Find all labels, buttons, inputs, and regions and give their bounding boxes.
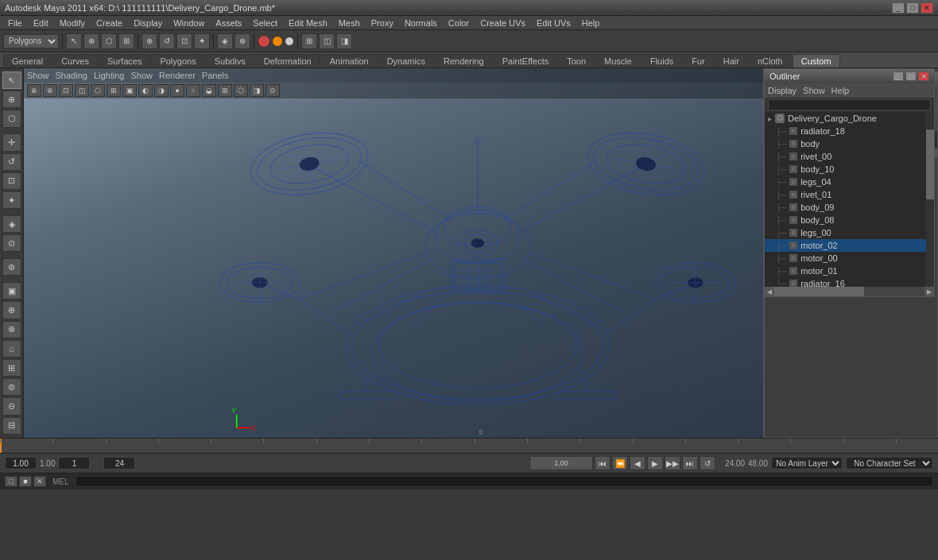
outliner-scrollbar-track[interactable]: [774, 287, 924, 296]
frame-start-input[interactable]: [5, 457, 37, 469]
bwc-btn-1[interactable]: □: [5, 476, 17, 487]
tree-item-body10[interactable]: ├─ ○ body_10: [765, 163, 926, 176]
region-select-btn[interactable]: ▣: [2, 282, 21, 299]
paint-blend-btn[interactable]: ⊗: [2, 321, 21, 338]
outliner-vscroll[interactable]: [926, 112, 934, 287]
vp-btn-solid[interactable]: ◨: [250, 84, 264, 97]
outliner-menu-show[interactable]: Show: [803, 86, 825, 95]
workspace-dropdown[interactable]: Polygons Animation Rendering: [3, 34, 59, 48]
universal-manip-btn[interactable]: ✦: [2, 191, 21, 209]
outliner-vscroll-thumb[interactable]: [926, 129, 934, 199]
lasso-btn[interactable]: ⬡: [2, 110, 21, 127]
menu-mesh[interactable]: Mesh: [334, 17, 365, 29]
toolbar-btn-sphere[interactable]: [272, 36, 283, 47]
paint-weights-btn[interactable]: ⊕: [2, 301, 21, 319]
vp-menu-renderer[interactable]: Renderer: [159, 71, 196, 80]
outliner-search-input[interactable]: [768, 99, 931, 110]
toolbar-btn-scale[interactable]: ⊡: [176, 33, 192, 49]
toolbar-btn-wire[interactable]: ◫: [319, 33, 335, 49]
soft-mod-btn[interactable]: ◈: [2, 215, 21, 233]
cloth-btn[interactable]: ⊞: [2, 359, 21, 377]
tree-item-radiator16[interactable]: └─ ○ radiator_16: [765, 277, 926, 287]
toolbar-btn-lasso[interactable]: ⊕: [83, 33, 99, 49]
toolbar-btn-render[interactable]: [258, 35, 270, 48]
toolbar-btn-rotate[interactable]: ↺: [159, 33, 175, 49]
vp-menu-show2[interactable]: Show: [130, 71, 153, 80]
vp-btn-8[interactable]: ◐: [138, 84, 153, 97]
char-set-select[interactable]: No Character Set: [846, 457, 933, 469]
tab-rendering[interactable]: Rendering: [435, 54, 493, 68]
tab-general[interactable]: General: [3, 54, 52, 68]
menu-window[interactable]: Window: [169, 17, 209, 29]
tab-muscle[interactable]: Muscle: [595, 54, 641, 68]
toolbar-btn-paint[interactable]: ⬡: [101, 33, 117, 49]
menu-normals[interactable]: Normals: [400, 17, 442, 29]
menu-edit[interactable]: Edit: [29, 17, 53, 29]
menu-color[interactable]: Color: [444, 17, 474, 29]
close-button[interactable]: ✕: [921, 2, 933, 14]
outliner-maximize[interactable]: □: [905, 71, 917, 81]
tab-subdivs[interactable]: Subdivs: [206, 54, 254, 68]
tree-item-legs04[interactable]: ├─ ○ legs_04: [765, 176, 926, 188]
menu-assets[interactable]: Assets: [211, 17, 246, 29]
outliner-scrollbar-thumb[interactable]: [774, 287, 864, 296]
tree-item-motor02[interactable]: ├─ ○ motor_02: [765, 239, 926, 252]
tree-item-motor00[interactable]: ├─ ○ motor_00: [765, 252, 926, 265]
loop-btn[interactable]: ↺: [700, 456, 715, 470]
toolbar-btn-move[interactable]: ⊕: [141, 33, 157, 49]
toolbar-btn-grid[interactable]: ⊞: [301, 33, 317, 49]
minimize-button[interactable]: _: [892, 2, 905, 14]
vp-menu-panels[interactable]: Panels: [202, 71, 229, 80]
vp-btn-2[interactable]: ⊗: [43, 84, 57, 97]
hair-btn[interactable]: ⊜: [2, 378, 21, 396]
range-end-input[interactable]: [103, 457, 135, 469]
outliner-close[interactable]: ✕: [918, 71, 929, 81]
playback-speed-field[interactable]: 1.00: [529, 456, 593, 470]
menu-modify[interactable]: Modify: [55, 17, 90, 29]
vp-btn-12[interactable]: ◒: [202, 84, 216, 97]
sculpt-geo-btn[interactable]: ⌂: [2, 340, 21, 357]
menu-edit-mesh[interactable]: Edit Mesh: [284, 17, 332, 29]
fluid-btn[interactable]: ⊝: [2, 397, 21, 415]
menu-file[interactable]: File: [3, 17, 27, 29]
vp-btn-wire[interactable]: ⬡: [234, 84, 248, 97]
menu-create-uvs[interactable]: Create UVs: [475, 17, 530, 29]
menu-create[interactable]: Create: [91, 17, 127, 29]
vp-menu-lighting[interactable]: Lighting: [94, 71, 125, 80]
range-start-input[interactable]: [58, 457, 90, 469]
menu-select[interactable]: Select: [248, 17, 282, 29]
tab-polygons[interactable]: Polygons: [151, 54, 204, 68]
scale-btn[interactable]: ⊡: [2, 172, 21, 190]
tab-surfaces[interactable]: Surfaces: [99, 54, 150, 68]
tab-ncloth[interactable]: nCloth: [749, 54, 792, 68]
command-input[interactable]: [76, 476, 933, 487]
vp-btn-7[interactable]: ▣: [122, 84, 137, 97]
tab-painteffects[interactable]: PaintEffects: [494, 54, 558, 68]
tree-item-body09[interactable]: ├─ ○ body_09: [765, 201, 926, 214]
skip-to-end-btn[interactable]: ⏭: [682, 456, 698, 470]
outliner-menu-help[interactable]: Help: [831, 86, 850, 95]
menu-proxy[interactable]: Proxy: [366, 17, 398, 29]
vp-btn-10[interactable]: ●: [170, 84, 184, 97]
outliner-minimize[interactable]: _: [893, 71, 904, 81]
tab-custom[interactable]: Custom: [793, 54, 840, 68]
outliner-tree[interactable]: ▸ ⬡ Delivery_Cargo_Drone ├─ ○ radiator_1…: [765, 112, 926, 287]
vp-menu-shading[interactable]: Shading: [56, 71, 87, 80]
tree-item-rivet00[interactable]: ├─ ○ rivet_00: [765, 150, 926, 163]
skip-to-start-btn[interactable]: ⏮: [595, 456, 610, 470]
anim-layer-select[interactable]: No Anim Layer: [771, 457, 843, 469]
outliner-titlebar[interactable]: Outliner _ □ ✕: [765, 69, 934, 83]
vp-menu-show[interactable]: Show: [27, 71, 49, 80]
select-tool-btn[interactable]: ↖: [2, 71, 21, 89]
tab-hair[interactable]: Hair: [715, 54, 748, 68]
tab-dynamics[interactable]: Dynamics: [378, 54, 434, 68]
tab-deformation[interactable]: Deformation: [255, 54, 320, 68]
outliner-hscroll[interactable]: ◀ ▶: [765, 287, 934, 296]
tree-item-motor01[interactable]: ├─ ○ motor_01: [765, 265, 926, 277]
bwc-btn-3[interactable]: ✕: [33, 476, 46, 487]
tab-toon[interactable]: Toon: [558, 54, 595, 68]
vp-btn-grid[interactable]: ⊞: [218, 84, 232, 97]
menu-help[interactable]: Help: [577, 17, 605, 29]
toolbar-btn-snap[interactable]: ⊞: [118, 33, 134, 49]
vp-btn-1[interactable]: ⊕: [27, 84, 41, 97]
